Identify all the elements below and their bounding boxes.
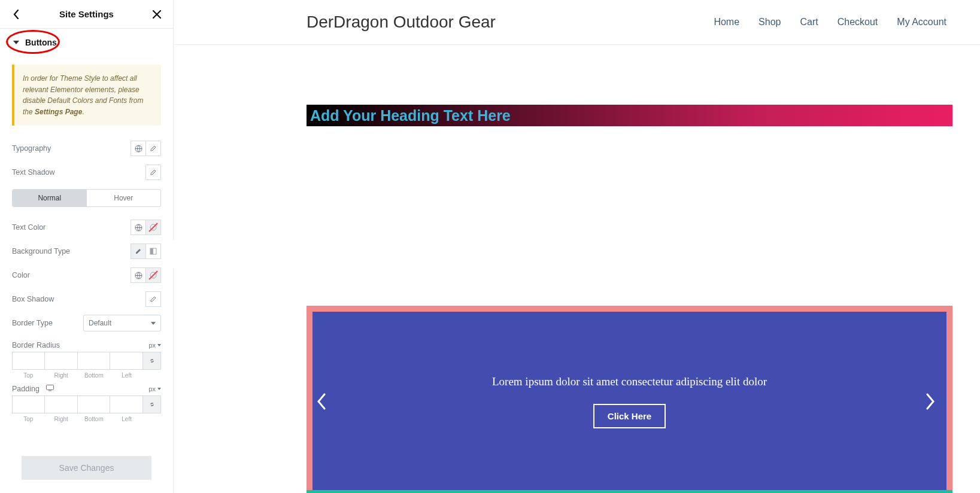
heading-widget[interactable]: Add Your Heading Text Here [307,105,952,126]
tab-normal[interactable]: Normal [13,190,87,206]
border-type-select[interactable]: Default [83,315,161,331]
row-color: Color [12,263,161,287]
nav-account[interactable]: My Account [897,17,946,28]
padding-left[interactable] [110,395,143,413]
row-background-type: Background Type [12,239,161,263]
padding-right[interactable] [45,395,78,413]
svg-point-6 [150,272,156,278]
settings-panel: Site Settings Buttons In order for Theme… [0,0,174,493]
responsive-icon[interactable] [46,385,54,391]
unit-select[interactable]: px [148,342,161,349]
nav-cart[interactable]: Cart [800,17,818,28]
label-typography: Typography [12,144,51,153]
close-icon[interactable] [151,9,162,20]
section-label: Buttons [25,38,57,47]
row-typography: Typography [12,136,161,160]
svg-rect-4 [150,248,153,254]
nav-home[interactable]: Home [714,17,739,28]
main-nav: Home Shop Cart Checkout My Account [714,17,946,28]
site-header: DerDragon Outdoor Gear Home Shop Cart Ch… [174,0,980,45]
sub-left: Left [122,416,132,422]
sub-right: Right [54,372,68,379]
row-border-radius-header: Border Radius px [12,341,161,349]
gradient-icon[interactable] [145,244,161,259]
svg-point-2 [150,224,156,230]
panel-header: Site Settings [0,0,173,29]
row-padding-header: Padding px [12,385,161,393]
sub-bottom: Bottom [84,372,104,379]
padding-inputs: Top Right Bottom Left [12,395,161,422]
svg-rect-7 [47,385,54,390]
sub-bottom: Bottom [84,416,104,422]
save-button[interactable]: Save Changes [22,456,151,480]
sub-top: Top [23,416,33,422]
pencil-icon[interactable] [145,165,161,180]
border-radius-bottom[interactable] [78,352,111,370]
label-text-shadow: Text Shadow [12,168,55,176]
label-color: Color [12,271,30,279]
slide-text: Lorem ipsum dolor sit amet consectetur a… [492,375,767,388]
link-values-icon[interactable] [143,352,161,370]
sub-left: Left [122,372,132,379]
next-arrow-icon[interactable] [925,393,943,410]
label-border-radius: Border Radius [12,341,60,349]
nav-checkout[interactable]: Checkout [838,17,878,28]
section-toggle-buttons[interactable]: Buttons [0,29,173,56]
label-border-type: Border Type [12,319,53,327]
brush-icon[interactable] [131,244,146,259]
panel-body: In order for Theme Style to affect all r… [0,56,173,445]
link-values-icon[interactable] [143,395,161,413]
nav-shop[interactable]: Shop [758,17,781,28]
color-none-icon[interactable] [145,267,161,283]
padding-top[interactable] [12,395,45,413]
border-radius-left[interactable] [110,352,143,370]
label-background-type: Background Type [12,247,70,255]
heading-text: Add Your Heading Text Here [310,107,511,124]
pencil-icon[interactable] [145,291,161,307]
slide: Lorem ipsum dolor sit amet consectetur a… [312,312,946,491]
border-radius-inputs: Top Right Bottom Left [12,352,161,379]
info-box: In order for Theme Style to affect all r… [12,65,161,126]
prev-arrow-icon[interactable] [316,393,334,410]
slider-widget[interactable]: Lorem ipsum dolor sit amet consectetur a… [307,306,952,493]
preview-area: DerDragon Outdoor Gear Home Shop Cart Ch… [174,0,980,493]
globe-icon[interactable] [131,267,146,283]
sub-top: Top [23,372,33,379]
panel-title: Site Settings [59,9,114,19]
info-link[interactable]: Settings Page [35,108,82,116]
back-icon[interactable] [11,9,22,20]
canvas: Add Your Heading Text Here Lorem ipsum d… [174,45,980,493]
row-border-type: Border Type Default [12,311,161,335]
row-text-color: Text Color [12,215,161,239]
slide-button[interactable]: Click Here [593,404,666,428]
globe-icon[interactable] [131,141,146,156]
row-box-shadow: Box Shadow [12,287,161,311]
site-title: DerDragon Outdoor Gear [307,13,496,32]
unit-select[interactable]: px [148,385,161,392]
border-radius-top[interactable] [12,352,45,370]
label-box-shadow: Box Shadow [12,295,54,303]
panel-footer: Save Changes [0,445,173,493]
caret-down-icon [13,41,19,44]
tab-hover[interactable]: Hover [87,190,161,206]
label-padding: Padding [12,385,54,393]
info-suffix: . [82,108,84,116]
label-text-color: Text Color [12,223,45,232]
svg-rect-8 [48,391,51,391]
sub-right: Right [54,416,68,422]
border-type-value: Default [89,319,111,327]
row-text-shadow: Text Shadow [12,160,161,184]
chevron-down-icon [151,322,156,325]
globe-icon[interactable] [131,220,146,235]
padding-bottom[interactable] [78,395,111,413]
section-below [307,490,952,493]
state-tabs: Normal Hover [12,189,161,207]
border-radius-right[interactable] [45,352,78,370]
color-none-icon[interactable] [145,220,161,235]
pencil-icon[interactable] [145,141,161,156]
